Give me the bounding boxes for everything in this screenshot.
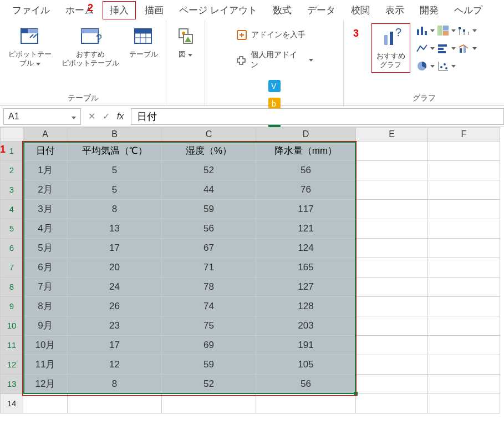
- cell-A10[interactable]: 9月: [23, 316, 68, 336]
- cell-F5[interactable]: [428, 219, 500, 239]
- row-header[interactable]: 11: [0, 336, 23, 355]
- select-all-corner[interactable]: [0, 127, 23, 142]
- cell-F4[interactable]: [428, 200, 500, 219]
- cell-E3[interactable]: [356, 180, 428, 200]
- cell-E12[interactable]: [356, 355, 428, 375]
- cell-C1[interactable]: 湿度（%）: [162, 142, 256, 161]
- cell-C8[interactable]: 78: [162, 278, 256, 297]
- my-addins-button[interactable]: 個人用アドイン: [233, 49, 315, 71]
- cell-E1[interactable]: [356, 142, 428, 161]
- cell-D3[interactable]: 76: [256, 180, 356, 200]
- waterfall-chart-icon[interactable]: [458, 23, 477, 38]
- col-header-C[interactable]: C: [162, 127, 256, 142]
- cell-F13[interactable]: [428, 375, 500, 394]
- cell-E10[interactable]: [356, 316, 428, 336]
- enter-icon[interactable]: ✓: [100, 111, 112, 122]
- bing-maps-icon[interactable]: V: [265, 79, 284, 93]
- cell-C5[interactable]: 56: [162, 219, 256, 239]
- cell-C10[interactable]: 75: [162, 316, 256, 336]
- menu-pagelayout[interactable]: ページ レイアウト: [172, 2, 264, 19]
- cell-D14[interactable]: [256, 394, 356, 413]
- pie-chart-icon[interactable]: [416, 59, 435, 73]
- cell-C4[interactable]: 59: [162, 200, 256, 219]
- recommended-charts-button[interactable]: ? おすすめ グラフ: [373, 25, 409, 71]
- combo-chart-icon[interactable]: [458, 41, 477, 56]
- row-header[interactable]: 8: [0, 278, 23, 297]
- cell-A9[interactable]: 8月: [23, 297, 68, 316]
- cell-C14[interactable]: [162, 394, 256, 413]
- cell-F6[interactable]: [428, 239, 500, 258]
- cell-F12[interactable]: [428, 355, 500, 375]
- cell-D4[interactable]: 117: [256, 200, 356, 219]
- cell-B14[interactable]: [68, 394, 162, 413]
- cell-B8[interactable]: 24: [68, 278, 162, 297]
- cell-B4[interactable]: 8: [68, 200, 162, 219]
- bar-chart-icon[interactable]: [437, 41, 456, 56]
- row-header[interactable]: 4: [0, 200, 23, 219]
- pivot-table-button[interactable]: ピボットテー ブル: [5, 23, 55, 69]
- menu-help[interactable]: ヘルプ: [447, 2, 489, 19]
- cell-A11[interactable]: 10月: [23, 336, 68, 355]
- menu-formulas[interactable]: 数式: [266, 2, 298, 19]
- cell-D11[interactable]: 191: [256, 336, 356, 355]
- cell-C7[interactable]: 71: [162, 258, 256, 278]
- cell-D9[interactable]: 128: [256, 297, 356, 316]
- name-box-dropdown-icon[interactable]: [69, 112, 76, 122]
- cell-D13[interactable]: 56: [256, 375, 356, 394]
- cell-D6[interactable]: 124: [256, 239, 356, 258]
- line-chart-icon[interactable]: [416, 41, 435, 56]
- cell-D10[interactable]: 203: [256, 316, 356, 336]
- cell-E6[interactable]: [356, 239, 428, 258]
- column-chart-icon[interactable]: [416, 23, 435, 38]
- recommended-pivot-button[interactable]: ? おすすめ ピボットテーブル: [58, 23, 123, 69]
- cell-C12[interactable]: 59: [162, 355, 256, 375]
- cell-D2[interactable]: 56: [256, 161, 356, 180]
- cell-B1[interactable]: 平均気温（℃）: [68, 142, 162, 161]
- cell-C9[interactable]: 74: [162, 297, 256, 316]
- cell-C6[interactable]: 67: [162, 239, 256, 258]
- cell-F7[interactable]: [428, 258, 500, 278]
- cell-F8[interactable]: [428, 278, 500, 297]
- selection-handle[interactable]: [354, 392, 358, 396]
- scatter-chart-icon[interactable]: [437, 59, 456, 73]
- cell-A1[interactable]: 日付: [23, 142, 68, 161]
- row-header[interactable]: 13: [0, 375, 23, 394]
- cell-C3[interactable]: 44: [162, 180, 256, 200]
- cell-E14[interactable]: [356, 394, 428, 413]
- cell-B2[interactable]: 5: [68, 161, 162, 180]
- col-header-A[interactable]: A: [23, 127, 68, 142]
- row-header[interactable]: 12: [0, 355, 23, 375]
- cell-C11[interactable]: 69: [162, 336, 256, 355]
- cell-E11[interactable]: [356, 336, 428, 355]
- row-header[interactable]: 9: [0, 297, 23, 316]
- col-header-D[interactable]: D: [256, 127, 356, 142]
- illustrations-button[interactable]: 図: [171, 23, 200, 61]
- col-header-B[interactable]: B: [68, 127, 162, 142]
- fx-icon[interactable]: fx: [114, 112, 126, 122]
- cell-C13[interactable]: 52: [162, 375, 256, 394]
- cell-F2[interactable]: [428, 161, 500, 180]
- row-header[interactable]: 3: [0, 180, 23, 200]
- cell-F11[interactable]: [428, 336, 500, 355]
- table-button[interactable]: テーブル: [126, 23, 161, 61]
- row-header[interactable]: 7: [0, 258, 23, 278]
- cell-A6[interactable]: 5月: [23, 239, 68, 258]
- menu-file[interactable]: ファイル: [6, 2, 57, 19]
- cell-A13[interactable]: 12月: [23, 375, 68, 394]
- col-header-F[interactable]: F: [428, 127, 500, 142]
- cell-D1[interactable]: 降水量（mm）: [256, 142, 356, 161]
- cell-A5[interactable]: 4月: [23, 219, 68, 239]
- cell-A7[interactable]: 6月: [23, 258, 68, 278]
- cell-F14[interactable]: [428, 394, 500, 413]
- cell-F1[interactable]: [428, 142, 500, 161]
- cell-E9[interactable]: [356, 297, 428, 316]
- menu-review[interactable]: 校閲: [344, 2, 376, 19]
- name-box[interactable]: A1: [3, 108, 81, 125]
- row-header[interactable]: 5: [0, 219, 23, 239]
- formula-input[interactable]: [131, 108, 504, 125]
- menu-draw[interactable]: 描画: [138, 2, 170, 19]
- cell-B3[interactable]: 5: [68, 180, 162, 200]
- treemap-chart-icon[interactable]: [437, 23, 456, 38]
- menu-home[interactable]: ホーム: [59, 2, 100, 19]
- menu-insert[interactable]: 挿入: [103, 1, 136, 19]
